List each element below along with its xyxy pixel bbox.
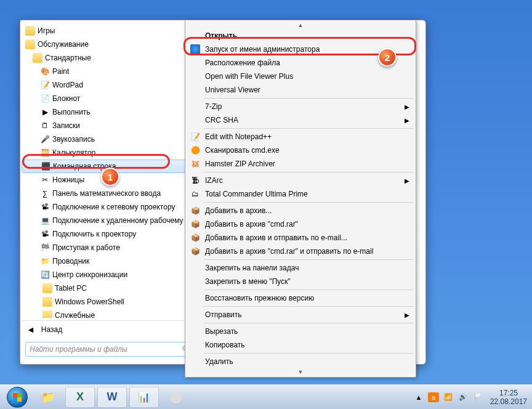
program-item[interactable]: Обслуживание bbox=[22, 38, 198, 51]
program-item[interactable]: ▶Выполнить bbox=[22, 105, 198, 119]
context-menu-item[interactable]: Open with File Viewer Plus bbox=[187, 70, 414, 83]
program-item[interactable]: 🏁Приступая к работе bbox=[22, 241, 198, 254]
context-menu-item[interactable]: Удалить bbox=[187, 355, 414, 368]
taskbar-clock[interactable]: 17:25 22.08.2017 bbox=[490, 389, 527, 406]
context-menu-item[interactable]: Закрепить в меню "Пуск" bbox=[187, 275, 414, 288]
winrar-icon: 📦 bbox=[190, 233, 200, 243]
menu-item-label: Закрепить на панели задач bbox=[205, 264, 299, 272]
taskbar-item-app[interactable] bbox=[161, 387, 191, 408]
program-item[interactable]: Игры bbox=[22, 24, 198, 38]
menu-item-label: Копировать bbox=[205, 341, 245, 349]
back-button[interactable]: ◄ Назад bbox=[22, 320, 198, 338]
program-label: Звукозапись bbox=[52, 135, 95, 144]
context-menu-item[interactable]: CRC SHA▶ bbox=[187, 113, 414, 127]
taskbar-item-excel[interactable]: X bbox=[65, 387, 95, 408]
program-label: Калькулятор bbox=[52, 148, 95, 157]
program-label: Записки bbox=[52, 121, 80, 130]
program-item[interactable]: 🔄Центр синхронизации bbox=[22, 268, 198, 281]
context-menu-item[interactable]: 🐹Hamster ZIP Archiver bbox=[187, 157, 414, 171]
menu-item-label: CRC SHA bbox=[205, 116, 238, 124]
context-menu-item[interactable]: Восстановить прежнюю версию bbox=[187, 291, 414, 305]
program-item[interactable]: 📄Блокнот bbox=[22, 92, 198, 105]
menu-separator bbox=[204, 172, 413, 172]
tray-volume-icon[interactable]: 🔊 bbox=[457, 392, 469, 402]
tray-network-icon[interactable]: 📶 bbox=[443, 392, 454, 402]
scroll-up-icon[interactable]: ▲ bbox=[187, 22, 414, 29]
menu-item-label: Вырезать bbox=[205, 327, 238, 336]
program-item[interactable]: 🎤Звукозапись bbox=[22, 132, 198, 146]
run-icon: ▶ bbox=[40, 107, 50, 117]
context-menu-item[interactable]: 🟠Сканировать cmd.exe bbox=[187, 144, 414, 157]
context-menu-item[interactable]: 📦Добавить в архив... bbox=[187, 204, 414, 217]
program-item[interactable]: 🧮Калькулятор bbox=[22, 146, 198, 160]
menu-item-label: IZArc bbox=[205, 176, 223, 185]
program-label: WordPad bbox=[52, 81, 83, 89]
npp-icon: 📝 bbox=[190, 132, 200, 142]
context-menu-item[interactable]: Копировать bbox=[187, 338, 414, 352]
submenu-arrow-icon: ▶ bbox=[405, 117, 409, 124]
program-item[interactable]: Стандартные bbox=[22, 51, 198, 65]
program-label: Подключить к проектору bbox=[52, 230, 136, 238]
tc-icon: 🗂 bbox=[190, 189, 200, 199]
context-menu-item[interactable]: Открыть bbox=[187, 29, 414, 43]
tray-chevron-icon[interactable]: ▲ bbox=[413, 392, 424, 402]
menu-item-label: Запуск от имени администратора bbox=[205, 45, 320, 54]
folder-icon bbox=[42, 297, 52, 307]
menu-item-label: Open with File Viewer Plus bbox=[205, 72, 293, 81]
program-item[interactable]: 📁Проводник bbox=[22, 254, 198, 268]
context-menu-item[interactable]: 7-Zip▶ bbox=[187, 100, 414, 113]
start-button[interactable] bbox=[2, 386, 32, 409]
programs-panel: ИгрыОбслуживаниеСтандартные🎨Paint📝WordPa… bbox=[20, 20, 200, 364]
submenu-arrow-icon: ▶ bbox=[405, 103, 409, 110]
math-icon: ∑ bbox=[40, 188, 50, 198]
clock-date: 22.08.2017 bbox=[490, 397, 527, 406]
menu-item-label: Добавить в архив "cmd.rar" bbox=[205, 220, 298, 229]
context-menu-item[interactable]: 📝Edit with Notepad++ bbox=[187, 130, 414, 144]
winrar-icon: 📦 bbox=[190, 219, 200, 229]
folder-icon bbox=[42, 310, 52, 318]
program-item[interactable]: Tablet PC bbox=[22, 281, 198, 295]
program-label: Ножницы bbox=[52, 176, 84, 184]
scroll-down-icon[interactable]: ▼ bbox=[187, 368, 414, 376]
program-item[interactable]: Служебные bbox=[22, 309, 198, 318]
program-item[interactable]: 💻Подключение к удаленному рабочему bbox=[22, 214, 198, 227]
program-item[interactable]: 📝WordPad bbox=[22, 78, 198, 92]
context-menu-item[interactable]: Отправить▶ bbox=[187, 308, 414, 322]
shield-icon bbox=[190, 44, 200, 54]
program-label: Игры bbox=[38, 26, 55, 35]
tray-avast-icon[interactable]: a bbox=[428, 392, 439, 402]
izarc-icon: 🗜 bbox=[190, 176, 200, 185]
program-item[interactable]: 🎨Paint bbox=[22, 65, 198, 78]
context-menu-item[interactable]: 🗂Total Commander Ultima Prime bbox=[187, 187, 414, 201]
program-item[interactable]: Windows PowerShell bbox=[22, 295, 198, 309]
search-input[interactable]: Найти программы и файлы 🔍 bbox=[25, 342, 195, 357]
program-label: Служебные bbox=[55, 311, 95, 318]
taskbar-item-taskmgr[interactable]: 📊 bbox=[129, 387, 159, 408]
program-item[interactable]: ∑Панель математического ввода bbox=[22, 187, 198, 200]
tray-flag-icon[interactable]: 🏳️ bbox=[472, 392, 483, 402]
program-item[interactable]: 🗒Записки bbox=[22, 119, 198, 132]
menu-item-label: Добавить в архив... bbox=[205, 206, 272, 215]
context-menu-item[interactable]: 🗜IZArc▶ bbox=[187, 174, 414, 187]
sync-icon: 🔄 bbox=[40, 270, 50, 280]
context-menu-item[interactable]: 📦Добавить в архив "cmd.rar" bbox=[187, 217, 414, 231]
system-tray: ▲ a 📶 🔊 🏳️ 17:25 22.08.2017 bbox=[411, 389, 532, 406]
program-item[interactable]: 📽Подключение к сетевому проектору bbox=[22, 200, 198, 214]
menu-separator bbox=[204, 323, 413, 323]
context-menu-item[interactable]: 📦Добавить в архив "cmd.rar" и отправить … bbox=[187, 245, 414, 258]
annotation-callout-2: 2 bbox=[378, 48, 397, 67]
program-label: Обслуживание bbox=[38, 40, 89, 49]
notes-icon: 🗒 bbox=[40, 121, 50, 131]
program-label: Стандартные bbox=[45, 54, 91, 62]
explorer-icon: 📁 bbox=[40, 256, 50, 266]
proj-icon: 📽 bbox=[40, 229, 50, 239]
program-item[interactable]: 📽Подключить к проектору bbox=[22, 227, 198, 241]
context-menu-item[interactable]: Закрепить на панели задач bbox=[187, 261, 414, 275]
context-menu-item[interactable]: Universal Viewer bbox=[187, 83, 414, 97]
taskbar-item-explorer[interactable]: 📁 bbox=[33, 387, 63, 408]
taskbar-item-word[interactable]: W bbox=[97, 387, 127, 408]
context-menu-item[interactable]: Вырезать bbox=[187, 325, 414, 338]
wordpad-icon: 📝 bbox=[40, 80, 50, 90]
calc-icon: 🧮 bbox=[40, 148, 50, 158]
context-menu-item[interactable]: 📦Добавить в архив и отправить по e-mail.… bbox=[187, 231, 414, 245]
